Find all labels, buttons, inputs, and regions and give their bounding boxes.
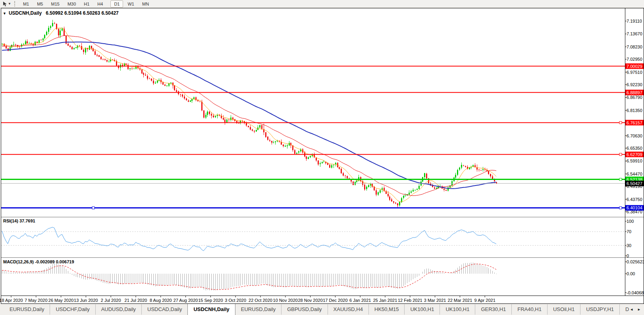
macd-indicator-label: MACD(12,26,9) -0.002089 0.006719 (3, 259, 74, 264)
svg-text:9 Apr 2021: 9 Apr 2021 (474, 298, 496, 303)
svg-text:6.88897: 6.88897 (627, 90, 642, 95)
chart-tabs: EURUSD,DailyUSDCHF,DailyAUDUSD,DailyUSDC… (4, 304, 629, 315)
svg-text:0.025623: 0.025623 (627, 259, 644, 264)
svg-text:6.40104: 6.40104 (627, 205, 642, 210)
timeframe-button-h4[interactable]: H4 (94, 0, 106, 8)
symbol-tab-uk100-h1[interactable]: UK100,H1 (404, 304, 440, 315)
mt4-window: ▼ M1M5M15M30H1H4D1W1MN 7.191107.136707.0… (0, 0, 644, 315)
timeframe-button-m30[interactable]: M30 (64, 0, 79, 8)
rsi-indicator-label: RSI(14) 37.7691 (3, 218, 35, 223)
svg-text:6.43750: 6.43750 (627, 197, 642, 202)
symbol-dropdown-icon[interactable]: ▼ (3, 12, 6, 15)
svg-text:21 Jul 2020: 21 Jul 2020 (125, 298, 147, 303)
svg-text:7.00029: 7.00029 (627, 64, 642, 69)
symbol-tab-usdjpy-h1[interactable]: USDJPY,H1 (580, 304, 619, 315)
svg-text:10 Nov 2020: 10 Nov 2020 (273, 298, 298, 303)
chart-symbol-label: USDCNH,Daily (9, 10, 42, 16)
svg-text:6.86790: 6.86790 (627, 95, 642, 100)
tab-scroll-right-icon[interactable]: ► (637, 307, 641, 311)
timeframe-button-h1[interactable]: H1 (80, 0, 93, 8)
svg-text:3 Oct 2020: 3 Oct 2020 (225, 298, 246, 303)
svg-text:28 Nov 2020: 28 Nov 2020 (298, 298, 322, 303)
tab-scroll-arrows: ◄ ► (630, 307, 644, 311)
svg-text:7.08230: 7.08230 (627, 44, 642, 49)
svg-text:25 Jan 2021: 25 Jan 2021 (373, 298, 397, 303)
timeframe-buttons: M1M5M15M30H1H4D1W1MN (19, 2, 153, 6)
chart-plot-area[interactable] (1, 8, 625, 216)
symbol-tab-gbpusd-daily[interactable]: GBPUSD,Daily (281, 304, 327, 315)
symbol-tab-usdcad-daily[interactable]: USDCAD,Daily (141, 304, 187, 315)
svg-text:27 Aug 2020: 27 Aug 2020 (174, 298, 198, 303)
symbol-tab-audusd-daily[interactable]: AUDUSD,Daily (95, 304, 141, 315)
svg-text:70: 70 (627, 229, 631, 234)
svg-text:6.62709: 6.62709 (627, 152, 642, 157)
svg-text:13 Jun 2020: 13 Jun 2020 (74, 298, 98, 303)
svg-text:22 Oct 2020: 22 Oct 2020 (249, 298, 272, 303)
svg-text:17 Dec 2020: 17 Dec 2020 (323, 298, 347, 303)
svg-text:7.19110: 7.19110 (627, 19, 642, 23)
price-label-6.50427: 6.50427 (625, 181, 644, 186)
svg-text:3 Mar 2021: 3 Mar 2021 (424, 298, 446, 303)
timeframe-button-m1[interactable]: M1 (19, 0, 33, 8)
chart-cursor-icon[interactable] (2, 1, 8, 7)
svg-text:100: 100 (627, 219, 634, 224)
price-label-6.88897: 6.88897 (625, 90, 644, 95)
chevron-down-icon[interactable]: ▼ (8, 2, 11, 6)
chart-canvas[interactable]: 7.191107.136707.082307.029506.975106.922… (0, 0, 644, 304)
svg-text:6.92230: 6.92230 (627, 82, 642, 87)
symbol-tab-usdchf-daily[interactable]: USDCHF,Daily (50, 304, 95, 315)
symbol-tab-eurusd-daily[interactable]: EURUSD,Daily (4, 304, 50, 315)
price-label-6.62709: 6.62709 (625, 152, 644, 157)
symbol-tab-dj30-weekly[interactable]: DJ30,Weekly (619, 304, 629, 315)
hline-handle[interactable] (619, 178, 622, 181)
hline-handle[interactable] (619, 153, 622, 156)
chart-ohlc-values: 6.50992 6.51094 6.50263 6.50427 (46, 10, 119, 16)
svg-text:22 Mar 2021: 22 Mar 2021 (448, 298, 472, 303)
svg-text:0: 0 (627, 253, 629, 258)
symbol-tab-hk50-m15[interactable]: HK50,M15 (368, 304, 404, 315)
timeframe-button-d1[interactable]: D1 (110, 0, 123, 8)
hline-handle[interactable] (92, 207, 94, 209)
timeframe-button-m5[interactable]: M5 (33, 0, 46, 8)
svg-text:7.02950: 7.02950 (627, 57, 642, 62)
price-label-6.76157: 6.76157 (625, 120, 644, 126)
svg-text:2 Jul 2020: 2 Jul 2020 (101, 298, 121, 303)
price-label-6.40104: 6.40104 (625, 205, 644, 211)
symbol-tab-usdcnh-daily[interactable]: USDCNH,Daily (187, 304, 235, 315)
svg-text:6.97510: 6.97510 (627, 70, 642, 75)
svg-text:6.81350: 6.81350 (627, 108, 642, 113)
svg-text:18 Apr 2020: 18 Apr 2020 (0, 298, 23, 303)
symbol-tab-uk100-h1[interactable]: UK100,H1 (440, 304, 475, 315)
symbol-tab-fra40-h1[interactable]: FRA40,H1 (511, 304, 547, 315)
svg-text:8 Aug 2020: 8 Aug 2020 (150, 298, 172, 303)
svg-text:6.70630: 6.70630 (627, 133, 642, 138)
svg-text:30: 30 (627, 243, 631, 248)
tab-scroll-left-icon[interactable]: ◄ (630, 307, 633, 311)
svg-text:7 May 2020: 7 May 2020 (25, 298, 47, 303)
svg-text:6.50427: 6.50427 (627, 181, 642, 186)
svg-text:7.13670: 7.13670 (627, 31, 642, 36)
symbol-tab-xauusd-h4[interactable]: XAUUSD,H4 (328, 304, 368, 315)
svg-text:15 Sep 2020: 15 Sep 2020 (198, 298, 223, 303)
svg-text:6.76157: 6.76157 (627, 120, 642, 125)
svg-text:-0.040687: -0.040687 (627, 290, 644, 295)
timeframe-button-m15[interactable]: M15 (47, 0, 63, 8)
svg-text:6.59910: 6.59910 (627, 158, 642, 163)
toolbar-grip[interactable] (14, 1, 16, 6)
svg-text:6 Jan 2021: 6 Jan 2021 (349, 298, 371, 303)
price-label-7.00029: 7.00029 (625, 64, 644, 69)
svg-text:26 May 2020: 26 May 2020 (48, 298, 74, 303)
hline-handle[interactable] (619, 207, 622, 209)
symbol-tab-ger30-h1[interactable]: GER30,H1 (475, 304, 511, 315)
chart-tabs-bar: EURUSD,DailyUSDCHF,DailyAUDUSD,DailyUSDC… (0, 304, 644, 315)
svg-text:0.00: 0.00 (627, 271, 635, 276)
toolbar: ▼ M1M5M15M30H1H4D1W1MN (0, 0, 644, 8)
timeframe-button-mn[interactable]: MN (139, 0, 152, 8)
symbol-tab-usoil-h1[interactable]: USOil,H1 (547, 304, 580, 315)
timeframe-button-w1[interactable]: W1 (124, 0, 138, 8)
hline-handle[interactable] (619, 122, 622, 124)
chart-title: ▼USDCNH,Daily6.50992 6.51094 6.50263 6.5… (3, 10, 119, 16)
svg-text:6.54470: 6.54470 (627, 172, 642, 176)
svg-text:12 Feb 2021: 12 Feb 2021 (398, 298, 422, 303)
symbol-tab-eurusd-daily[interactable]: EURUSD,Daily (235, 304, 281, 315)
